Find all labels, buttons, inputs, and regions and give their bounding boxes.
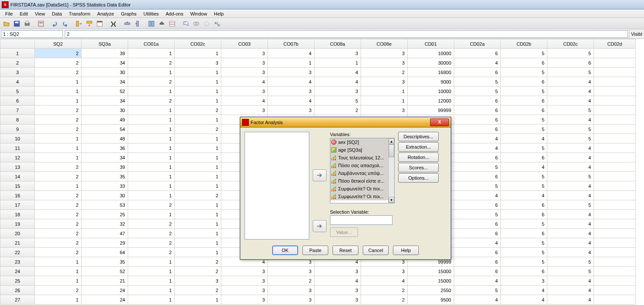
data-cell[interactable]: [594, 115, 636, 124]
data-cell[interactable]: 1: [175, 153, 221, 162]
split-file-icon[interactable]: [147, 19, 156, 28]
print-icon[interactable]: [22, 19, 32, 28]
data-cell[interactable]: 2: [35, 200, 82, 210]
data-cell[interactable]: 1: [175, 210, 221, 219]
data-cell[interactable]: 1: [35, 96, 82, 106]
data-cell[interactable]: 15000: [408, 267, 454, 276]
data-cell[interactable]: 4: [547, 162, 594, 172]
data-cell[interactable]: 6: [501, 58, 547, 68]
data-cell[interactable]: 2: [268, 276, 314, 286]
data-cell[interactable]: 5: [547, 134, 594, 143]
data-cell[interactable]: 4: [547, 229, 594, 238]
data-cell[interactable]: [594, 210, 636, 219]
data-cell[interactable]: 5: [314, 96, 361, 106]
data-cell[interactable]: 3: [268, 106, 314, 115]
data-cell[interactable]: 3: [268, 295, 314, 305]
row-header[interactable]: 14: [0, 172, 35, 181]
menu-view[interactable]: View: [31, 10, 49, 17]
column-header[interactable]: SQ2: [35, 39, 82, 49]
data-cell[interactable]: 5: [501, 238, 547, 248]
data-cell[interactable]: 3: [361, 49, 408, 58]
data-cell[interactable]: 2: [35, 248, 82, 257]
data-cell[interactable]: 6: [501, 210, 547, 219]
data-cell[interactable]: 3: [268, 87, 314, 96]
data-cell[interactable]: 16800: [408, 68, 454, 77]
data-cell[interactable]: 6: [501, 229, 547, 238]
data-cell[interactable]: 1: [175, 96, 221, 106]
data-cell[interactable]: 1: [35, 295, 82, 305]
data-cell[interactable]: 3: [221, 49, 268, 58]
row-header[interactable]: 23: [0, 257, 35, 267]
data-cell[interactable]: 4: [547, 115, 594, 124]
data-cell[interactable]: 15000: [408, 276, 454, 286]
data-cell[interactable]: [594, 276, 636, 286]
data-cell[interactable]: 6: [454, 49, 501, 58]
menu-transform[interactable]: Transform: [66, 10, 94, 17]
data-cell[interactable]: 5: [501, 257, 547, 267]
goto-case-icon[interactable]: [74, 19, 84, 28]
data-cell[interactable]: 6: [454, 229, 501, 238]
column-header[interactable]: CO01a: [128, 39, 175, 49]
data-cell[interactable]: 21: [82, 276, 128, 286]
data-cell[interactable]: 2: [35, 162, 82, 172]
data-cell[interactable]: 1: [175, 248, 221, 257]
data-cell[interactable]: 2: [361, 295, 408, 305]
data-cell[interactable]: [594, 58, 636, 68]
insert-case-icon[interactable]: [123, 19, 132, 28]
data-cell[interactable]: 2: [35, 58, 82, 68]
data-cell[interactable]: 1: [128, 106, 175, 115]
row-header[interactable]: 18: [0, 210, 35, 219]
data-cell[interactable]: 34: [82, 77, 128, 87]
data-cell[interactable]: [594, 229, 636, 238]
data-cell[interactable]: 6: [454, 115, 501, 124]
grid-corner[interactable]: [0, 39, 35, 49]
data-cell[interactable]: 1: [128, 49, 175, 58]
data-cell[interactable]: 52: [82, 87, 128, 96]
data-cell[interactable]: 2550: [408, 286, 454, 295]
menu-addons[interactable]: Add-ons: [162, 10, 187, 17]
row-header[interactable]: 26: [0, 286, 35, 295]
menu-file[interactable]: File: [2, 10, 16, 17]
data-cell[interactable]: 49: [82, 115, 128, 124]
data-cell[interactable]: 9000: [408, 77, 454, 87]
data-cell[interactable]: 1: [175, 68, 221, 77]
data-cell[interactable]: 3: [221, 106, 268, 115]
variable-item[interactable]: Πόσο σας απασχολ...: [330, 162, 388, 169]
row-header[interactable]: 24: [0, 267, 35, 276]
data-cell[interactable]: 1: [128, 115, 175, 124]
data-cell[interactable]: 54: [82, 124, 128, 134]
row-header[interactable]: 17: [0, 200, 35, 210]
data-cell[interactable]: 4: [314, 276, 361, 286]
data-cell[interactable]: 2: [128, 77, 175, 87]
data-cell[interactable]: 3: [268, 68, 314, 77]
menu-data[interactable]: Data: [48, 10, 65, 17]
data-cell[interactable]: 3: [361, 58, 408, 68]
data-cell[interactable]: 4: [547, 143, 594, 153]
row-header[interactable]: 2: [0, 58, 35, 68]
undo-icon[interactable]: [50, 19, 60, 28]
data-cell[interactable]: 30000: [408, 58, 454, 68]
variables-scrollbar[interactable]: ▲ ▼: [388, 138, 394, 203]
data-cell[interactable]: 2: [175, 257, 221, 267]
data-cell[interactable]: [594, 257, 636, 267]
data-cell[interactable]: 1: [35, 87, 82, 96]
data-cell[interactable]: 1: [175, 162, 221, 172]
data-cell[interactable]: 4: [454, 295, 501, 305]
data-cell[interactable]: [594, 238, 636, 248]
data-cell[interactable]: [594, 181, 636, 191]
data-cell[interactable]: 5: [454, 162, 501, 172]
row-header[interactable]: 3: [0, 68, 35, 77]
menu-analyze[interactable]: Analyze: [94, 10, 117, 17]
data-cell[interactable]: 1: [268, 58, 314, 68]
data-cell[interactable]: 53: [82, 200, 128, 210]
data-cell[interactable]: 1: [35, 77, 82, 87]
data-cell[interactable]: 3: [268, 286, 314, 295]
close-button[interactable]: X: [430, 118, 449, 126]
data-cell[interactable]: 2: [35, 229, 82, 238]
data-cell[interactable]: 5: [547, 49, 594, 58]
data-cell[interactable]: 34: [82, 58, 128, 68]
data-cell[interactable]: 2: [175, 106, 221, 115]
data-cell[interactable]: 4: [501, 162, 547, 172]
row-header[interactable]: 6: [0, 96, 35, 106]
data-cell[interactable]: [594, 77, 636, 87]
